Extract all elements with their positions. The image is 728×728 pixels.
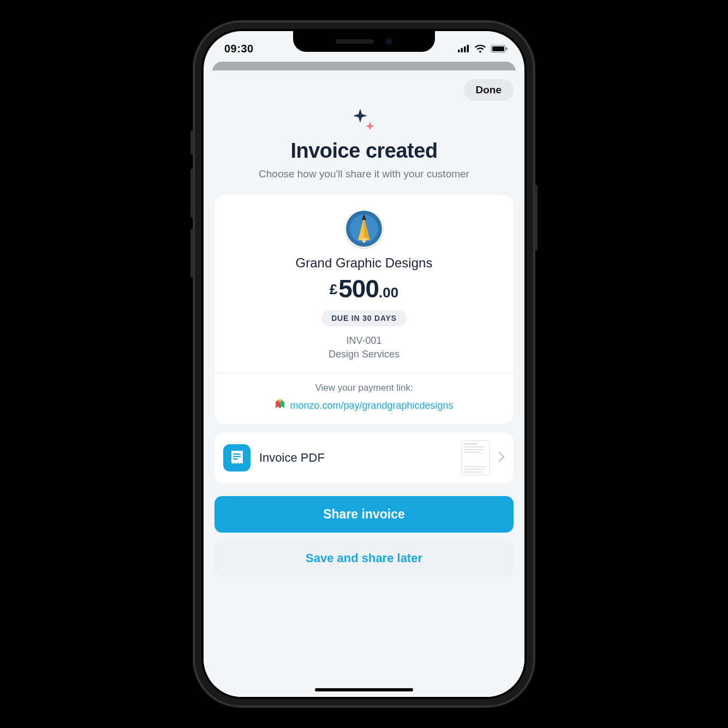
phone-frame: 09:30 xyxy=(194,21,534,707)
cellular-icon xyxy=(458,45,470,52)
svg-rect-17 xyxy=(233,456,241,457)
phone-screen: 09:30 xyxy=(204,31,524,697)
phone-volume-down xyxy=(190,229,194,278)
svg-rect-0 xyxy=(458,50,460,52)
chevron-right-icon xyxy=(498,451,505,464)
page-subtitle: Choose how you'll share it with your cus… xyxy=(214,168,514,180)
divider xyxy=(214,372,514,373)
wifi-icon xyxy=(474,44,486,53)
customer-name: Grand Graphic Designs xyxy=(226,255,502,271)
invoice-amount: £500.00 xyxy=(226,274,502,303)
due-badge: DUE IN 30 DAYS xyxy=(321,310,407,326)
phone-power-button xyxy=(534,185,538,250)
monzo-logo-icon xyxy=(275,399,285,412)
amount-minor: 00 xyxy=(383,284,398,301)
phone-side-switch xyxy=(190,130,194,154)
payment-link[interactable]: monzo.com/pay/grandgraphicdesigns xyxy=(290,400,453,411)
customer-avatar xyxy=(345,210,383,248)
invoice-summary-card: Grand Graphic Designs £500.00 DUE IN 30 … xyxy=(214,195,514,424)
svg-rect-16 xyxy=(233,453,241,455)
svg-rect-5 xyxy=(492,46,504,51)
status-indicators xyxy=(458,44,508,53)
status-time: 09:30 xyxy=(224,43,254,55)
phone-volume-up xyxy=(190,169,194,218)
svg-rect-3 xyxy=(467,45,469,52)
svg-rect-2 xyxy=(464,46,466,52)
sparkle-decoration xyxy=(214,108,514,136)
modal-sheet: Done Invoice created Choose how you'll s… xyxy=(204,70,524,697)
svg-rect-1 xyxy=(461,48,463,52)
svg-rect-18 xyxy=(233,458,238,460)
invoice-description: Design Services xyxy=(226,349,502,360)
done-button[interactable]: Done xyxy=(464,79,514,101)
invoice-number: INV-001 xyxy=(226,335,502,347)
pdf-thumbnail-icon xyxy=(461,440,490,475)
phone-notch xyxy=(293,31,435,52)
receipt-icon xyxy=(223,444,250,472)
share-invoice-button[interactable]: Share invoice xyxy=(214,496,514,533)
invoice-pdf-row[interactable]: Invoice PDF xyxy=(214,433,514,483)
battery-icon xyxy=(491,45,508,53)
amount-major: 500 xyxy=(338,275,379,303)
save-share-later-button[interactable]: Save and share later xyxy=(214,540,514,576)
home-indicator[interactable] xyxy=(315,688,413,691)
page-title: Invoice created xyxy=(214,139,514,163)
invoice-pdf-label: Invoice PDF xyxy=(259,451,452,465)
currency-symbol: £ xyxy=(330,281,337,297)
payment-link-label: View your payment link: xyxy=(226,383,502,393)
svg-rect-6 xyxy=(506,47,508,50)
